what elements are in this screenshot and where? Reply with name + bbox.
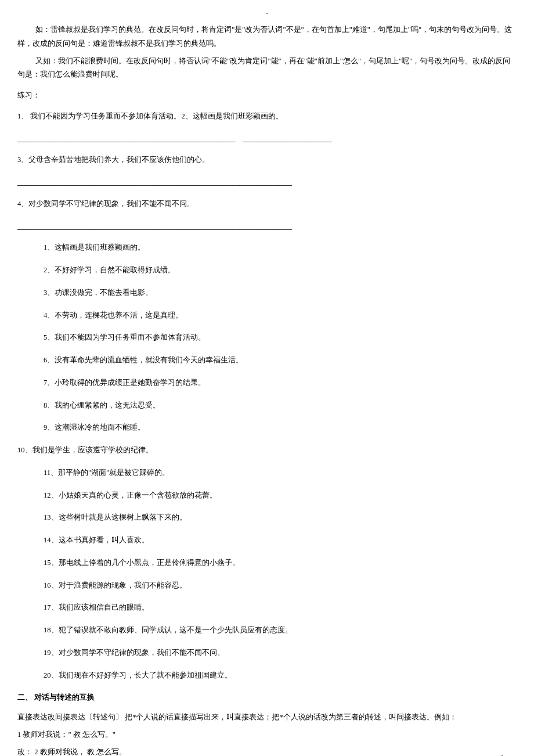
practice-q3: 3、父母含辛茹苦地把我们养大，我们不应该伤他们的心。: [17, 153, 517, 167]
header-mark: -: [266, 7, 268, 19]
numbered-list-1: 1、这幅画是我们班蔡颖画的。 2、不好好学习，自然不能取得好成绩。 3、功课没做…: [17, 241, 517, 435]
practice-blank-1: ________________________________________…: [17, 132, 517, 146]
list-item: 19、对少数同学不守纪律的现象，我们不能不闻不问。: [44, 646, 517, 660]
list-item: 8、我的心绷紧紧的，这无法忍受。: [44, 399, 517, 413]
list-item: 11、那平静的"湖面"就是被它踩碎的。: [44, 466, 517, 480]
list-item: 1、这幅画是我们班蔡颖画的。: [44, 241, 517, 255]
list-item: 4、不劳动，连棵花也养不活，这是真理。: [44, 309, 517, 323]
practice-label: 练习：: [17, 89, 517, 103]
list-item: 5、我们不能因为学习任务重而不参加体育活动。: [44, 331, 517, 345]
practice-blank-4: ________________________________________…: [17, 219, 517, 233]
list-item: 18、犯了错误就不敢向教师、同学成认，这不是一个少先队员应有的态度。: [44, 624, 517, 638]
list-item: 7、小玲取得的优异成绩正是她勤奋学习的结果。: [44, 376, 517, 390]
list-item: 14、这本书真好看，叫人喜欢。: [44, 534, 517, 548]
list-item: 15、那电线上停着的几个小黑点，正是伶俐得意的小燕子。: [44, 556, 517, 570]
footer-z: z.: [500, 750, 505, 756]
list-item: 17、我们应该相信自己的眼睛。: [44, 601, 517, 615]
practice-q4: 4、对少数同学不守纪律的现象，我们不能不闻不问。: [17, 197, 517, 211]
list-item: 9、这潮湿冰冷的地面不能睡。: [44, 421, 517, 435]
list-item: 16、对于浪费能源的现象，我们不能容忍。: [44, 579, 517, 593]
practice-q1-2: 1、 我们不能因为学习任务重而不参加体育活动。2、这幅画是我们班彩颖画的。: [17, 110, 517, 124]
intro-example-2: 又如：我们不能浪费时间。在改反问句时，将否认词"不能"改为肯定词"能"，再在"能…: [17, 55, 517, 82]
list-item: 6、没有革命先辈的流血牺牲，就没有我们今天的幸福生活。: [44, 354, 517, 368]
list-item: 3、功课没做完，不能去看电影。: [44, 286, 517, 300]
section-2-ex1: 1 教师对我说：" 教 怎么写。": [17, 728, 517, 742]
list-item-10: 10、我们是学生，应该遵守学校的纪律。: [17, 444, 517, 458]
list-item: 2、不好好学习，自然不能取得好成绩。: [44, 264, 517, 278]
list-item: 20、我们现在不好好学习，长大了就不能参加祖国建立。: [44, 669, 517, 683]
section-2-desc: 直接表达改间接表达〔转述句〕 把*个人说的话直接描写出来，叫直接表达；把*个人说…: [17, 711, 517, 725]
intro-example-1: 如：雷锋叔叔是我们学习的典范。在改反问句时，将肯定词"是"改为否认词"不是"，在…: [17, 23, 517, 51]
list-item: 13、这些树叶就是从这棵树上飘落下来的。: [44, 511, 517, 525]
numbered-list-2: 11、那平静的"湖面"就是被它踩碎的。 12、小姑娘天真的心灵，正像一个含苞欲放…: [17, 466, 517, 683]
footer-dot: .: [266, 750, 268, 756]
practice-blank-3: ________________________________________…: [17, 175, 517, 189]
list-item: 12、小姑娘天真的心灵，正像一个含苞欲放的花蕾。: [44, 489, 517, 503]
section-2-title: 二、 对话与转述的互换: [17, 691, 517, 705]
